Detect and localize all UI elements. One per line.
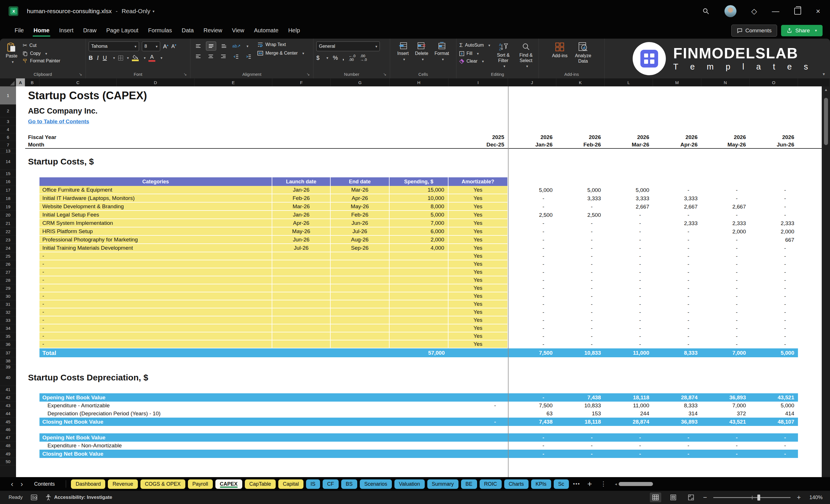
paste-button[interactable]: Paste ▾	[3, 41, 20, 65]
cell-value[interactable]: 2026	[749, 133, 798, 141]
cell-value[interactable]: 2,667	[653, 202, 701, 211]
sheet-tab-kpis[interactable]: KPIs	[531, 479, 551, 489]
row-header-6[interactable]: 6	[0, 133, 16, 141]
comma-style-button[interactable]: ,	[342, 55, 344, 61]
cell-launch-date[interactable]	[272, 308, 331, 316]
cell-category[interactable]: Initial IT Hardware (Laptops, Monitors)	[39, 194, 272, 202]
decrease-indent-button[interactable]	[231, 52, 241, 61]
align-center-button[interactable]	[206, 52, 216, 61]
cell-value[interactable]: -	[508, 308, 556, 316]
cell-value[interactable]: -	[749, 268, 798, 276]
cell-value[interactable]: -	[701, 252, 749, 260]
row-header-39[interactable]: 39	[0, 365, 16, 369]
cell-value[interactable]: -	[653, 333, 701, 340]
number-dialog-launcher[interactable]: ↘	[383, 72, 386, 76]
cell[interactable]	[16, 333, 39, 340]
cell-value[interactable]: -	[701, 340, 749, 348]
cell-value[interactable]: -	[653, 292, 701, 300]
cell-spending[interactable]: 15,000	[389, 186, 448, 194]
cell-value[interactable]: -	[508, 340, 556, 348]
cell-value[interactable]: -	[508, 292, 556, 300]
cell-value[interactable]: 153	[556, 410, 605, 418]
row-header-35[interactable]: 35	[0, 333, 16, 340]
cell[interactable]	[16, 393, 39, 402]
row-header-22[interactable]: 22	[0, 227, 16, 236]
cell-end-date[interactable]: Apr-26	[331, 194, 389, 202]
close-button[interactable]: ×	[816, 7, 820, 16]
cell-value[interactable]: Jan-26	[508, 141, 556, 149]
sheet-tab-cf[interactable]: CF	[323, 479, 339, 489]
cell-value[interactable]: -	[701, 236, 749, 244]
menu-tab-formulas[interactable]: Formulas	[143, 25, 177, 36]
cell-value[interactable]: -	[605, 433, 653, 442]
cell-value[interactable]: 2026	[653, 133, 701, 141]
cell-spending[interactable]: 10,000	[389, 194, 448, 202]
cell[interactable]	[16, 227, 39, 236]
cell[interactable]	[16, 105, 25, 117]
cell[interactable]	[16, 244, 39, 252]
cell-value[interactable]	[448, 442, 508, 450]
row-header-2[interactable]: 2	[0, 105, 16, 117]
sheet-tab-is[interactable]: IS	[306, 479, 320, 489]
column-header-i[interactable]: I	[448, 78, 508, 86]
cell-spending[interactable]	[389, 260, 448, 268]
cell-end-date[interactable]	[331, 340, 389, 348]
cell-total-value[interactable]: 11,000	[605, 348, 653, 357]
cell-value[interactable]: 2026	[508, 133, 556, 141]
cell-value[interactable]: -	[653, 316, 701, 324]
cell-category[interactable]: -	[39, 252, 272, 260]
cell[interactable]	[16, 365, 830, 369]
cell-category[interactable]: Initial Legal Setup Fees	[39, 211, 272, 219]
cell-launch-date[interactable]	[272, 260, 331, 268]
cell-amortizable[interactable]: Yes	[448, 276, 508, 284]
cell-value[interactable]: 2,000	[701, 227, 749, 236]
cell-value[interactable]: Dec-25	[448, 141, 508, 149]
zoom-out-button[interactable]: −	[703, 494, 707, 501]
cell-spending[interactable]	[389, 308, 448, 316]
cell-value[interactable]: -	[508, 442, 556, 450]
cell-value[interactable]: -	[701, 450, 749, 458]
cell-value[interactable]: -	[701, 260, 749, 268]
row-header-42[interactable]: 42	[0, 393, 16, 402]
read-only-label[interactable]: Read-Only	[122, 8, 150, 14]
column-header-b[interactable]: B	[25, 78, 39, 86]
cell-value[interactable]: -	[749, 292, 798, 300]
row-header-50[interactable]: 50	[0, 458, 16, 465]
cell-value[interactable]	[448, 410, 508, 418]
cell-value[interactable]: -	[508, 268, 556, 276]
cell-label[interactable]: Closing Net Book Value	[39, 450, 448, 458]
cell-value[interactable]: 28,874	[605, 418, 653, 426]
cell-amortizable[interactable]: Yes	[448, 340, 508, 348]
analyze-data-button[interactable]: AnalyzeData	[573, 41, 594, 70]
cell-label[interactable]: Depreciation (Depreciation Period (Years…	[39, 410, 448, 418]
find-select-button[interactable]: Find & Select ▾	[516, 42, 536, 70]
cell-total-value[interactable]: 8,333	[653, 348, 701, 357]
cell-value[interactable]: -	[605, 276, 653, 284]
fill-color-chevron[interactable]: ▾	[144, 56, 146, 60]
cell-value[interactable]: 5,000	[508, 186, 556, 194]
cell-category[interactable]: Website Development & Branding	[39, 202, 272, 211]
vertical-scrollbar[interactable]: ▲	[822, 86, 830, 477]
cell-value[interactable]: 43,521	[701, 418, 749, 426]
font-family-select[interactable]: Tahoma▾	[89, 41, 139, 51]
cell-category[interactable]: Professional Photography for Marketing	[39, 236, 272, 244]
cell-launch-date[interactable]: Jan-26	[272, 186, 331, 194]
cell-value[interactable]: 5,000	[605, 186, 653, 194]
cell[interactable]	[16, 268, 39, 276]
cell-end-date[interactable]: Aug-26	[331, 236, 389, 244]
cell-value[interactable]: -	[749, 202, 798, 211]
cell-category[interactable]: -	[39, 276, 272, 284]
row-header-33[interactable]: 33	[0, 316, 16, 324]
cell-launch-date[interactable]: Jul-26	[272, 244, 331, 252]
horizontal-scrollbar[interactable]: ◂	[615, 481, 820, 486]
row-header-25[interactable]: 25	[0, 252, 16, 260]
cell-spending[interactable]	[389, 252, 448, 260]
cell-value[interactable]: -	[749, 194, 798, 202]
cell-value[interactable]: -	[749, 333, 798, 340]
cell-value[interactable]: -	[508, 324, 556, 333]
cell-value[interactable]: 314	[653, 410, 701, 418]
cell-value[interactable]: 414	[749, 410, 798, 418]
row-header-48[interactable]: 48	[0, 442, 16, 450]
cell[interactable]	[16, 149, 830, 153]
italic-button[interactable]: I	[97, 55, 99, 61]
